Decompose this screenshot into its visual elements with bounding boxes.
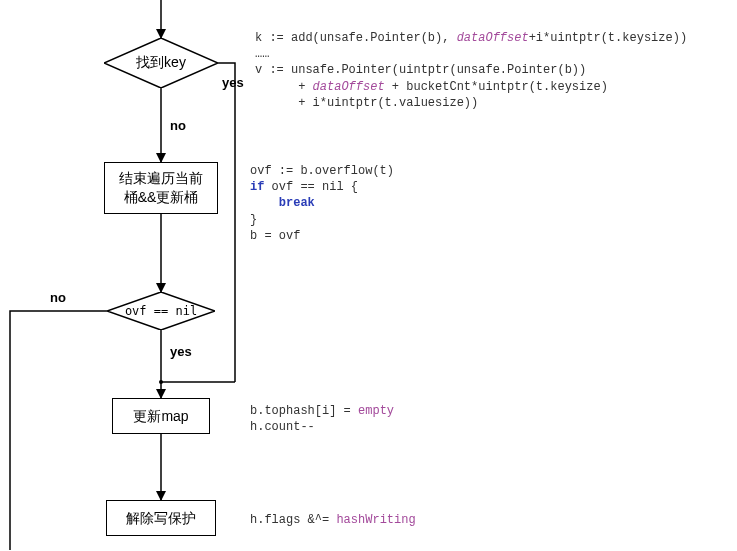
edge-label-yes-key: yes [222,75,244,90]
step-release-lock: 解除写保护 [106,500,216,536]
step-release-lock-label: 解除写保护 [126,509,196,528]
decision-find-key-label: 找到key [136,54,186,72]
decision-find-key: 找到key [104,38,218,88]
svg-point-7 [159,380,163,384]
step-update-map-label: 更新map [133,407,188,426]
step-end-iter-line1: 结束遍历当前 [119,170,203,186]
code-block-flags: h.flags &^= hashWriting [250,512,416,528]
step-end-iteration: 结束遍历当前 桶&&更新桶 [104,162,218,214]
edge-label-no-key: no [170,118,186,133]
decision-ovf-nil: ovf == nil [107,292,215,330]
code-block-kv: k := add(unsafe.Pointer(b), dataOffset+i… [255,30,725,111]
edge-label-yes-ovf: yes [170,344,192,359]
code-block-tophash: b.tophash[i] = empty h.count-- [250,403,394,435]
edge-label-no-ovf: no [50,290,66,305]
code-block-overflow: ovf := b.overflow(t) if ovf == nil { bre… [250,163,394,244]
step-update-map: 更新map [112,398,210,434]
step-end-iter-line2: 桶&&更新桶 [124,189,199,205]
decision-ovf-nil-label: ovf == nil [125,304,197,318]
